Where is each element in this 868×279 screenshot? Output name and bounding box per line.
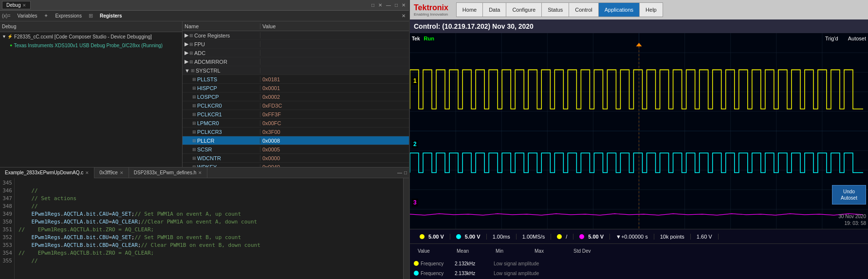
meas-row2-ch2-desc: Low signal amplitude — [494, 271, 539, 276]
scope-time: 19: 03: 58 — [838, 220, 866, 227]
nav-status[interactable]: Status — [541, 2, 569, 17]
group-fpu[interactable]: ▶ ⊞ FPU — [183, 40, 409, 49]
code-tab-hex-close[interactable]: ✕ — [120, 170, 124, 175]
reg-scsr[interactable]: ⊞SCSR 0x0005 — [183, 145, 409, 154]
reg-pclkcr1[interactable]: ⊞PCLKCR1 0xFF3F — [183, 110, 409, 119]
reg-pclkcr0-icon: ⊞ — [192, 103, 196, 108]
reg-hispcp-label: HISPCP — [197, 85, 217, 91]
tree-root-icon: ⚡ — [7, 34, 13, 39]
scope-measurements-row1: 5.00 V 5.00 V 1.00ms 1.00MS/s / — [410, 229, 868, 244]
registers-header: Name Value — [183, 21, 409, 31]
reg-pclkcr3-value: 0x3F00 — [260, 129, 409, 135]
reg-pllsts-label: PLLSTS — [197, 76, 217, 82]
ch2-label: 2 — [412, 140, 418, 148]
nav-home[interactable]: Home — [456, 2, 482, 17]
scope-bottom: 5.00 V 5.00 V 1.00ms 1.00MS/s / — [410, 229, 868, 279]
nav-applications[interactable]: Applications — [598, 2, 639, 17]
vars-close-icon[interactable]: ✕ — [400, 13, 407, 19]
undo-autoset-button[interactable]: Undo Autoset — [832, 185, 866, 205]
meas-header-mean: Mean — [453, 248, 492, 254]
meas-ch1-marker: / — [551, 234, 573, 240]
minor-voltage-value: 1.60 V — [697, 234, 712, 240]
main-split: Debug ▼ ⚡ F28335_cC.ccxml [Code Composer… — [0, 21, 409, 167]
toolbar-icon-1[interactable]: □ — [370, 2, 376, 8]
tree-child-item[interactable]: ● Texas Instruments XDS100v1 USB Debug P… — [0, 41, 182, 50]
code-tab-defines[interactable]: DSP2833x_EPwm_defines.h ✕ — [129, 167, 207, 178]
reg-lospcp[interactable]: ⊞LOSPCP 0x0002 — [183, 93, 409, 101]
code-line-347: // Set actions — [18, 195, 399, 203]
tab-expressions[interactable]: Expressions — [52, 12, 84, 19]
code-content[interactable]: // // Set actions // EPwm1Regs.AQCTLA.bi… — [15, 178, 403, 279]
group-core-registers[interactable]: ▶ ⊞ Core Registers — [183, 31, 409, 40]
scope-datetime: 30 Nov 2020 19: 03: 58 — [838, 213, 866, 227]
debug-tab[interactable]: Debug ✕ — [2, 1, 31, 9]
group-adc-label: ADC — [194, 50, 205, 56]
code-tab-main[interactable]: Example_2833xEPwmUpDownAQ.c ✕ — [0, 167, 94, 178]
code-tab-main-close[interactable]: ✕ — [85, 170, 89, 175]
reg-pclkcr0[interactable]: ⊞PCLKCR0 0xFD3C — [183, 101, 409, 110]
debug-tab-label: Debug — [6, 2, 20, 8]
reg-pllcr[interactable]: ⊞PLLCR 0x0008 — [183, 136, 409, 145]
reg-lospcp-value: 0x0002 — [260, 94, 409, 100]
code-line-355: // — [18, 257, 399, 265]
meas-row2-ch1-value: 2.132kHz — [455, 261, 494, 266]
nav-control[interactable]: Control — [569, 2, 598, 17]
group-adc[interactable]: ▶ ⊞ ADC — [183, 49, 409, 57]
reg-hispcp[interactable]: ⊞HISPCP 0x0001 — [183, 84, 409, 93]
scope-status-top: Tek Run Trig'd Autoset — [412, 34, 866, 43]
code-tabs: Example_2833xEPwmUpDownAQ.c ✕ 0x3ff9ce ✕… — [0, 167, 409, 178]
reg-wdcntr[interactable]: ⊞WDCNTR 0x0000 — [183, 154, 409, 163]
reg-pllsts[interactable]: ⊞PLLSTS 0x0181 — [183, 75, 409, 84]
tek-header: Tektronix Enabling Innovation Home Data … — [410, 0, 868, 19]
code-line-351: // EPwm1Regs.AQCTLA.bit.ZRO = AQ_CLEAR; — [18, 226, 399, 234]
reg-pllcr-icon: ⊞ — [192, 138, 196, 143]
group-adcmirror[interactable]: ▶ ⊞ ADCMIRROR — [183, 57, 409, 66]
toolbar-icon-2[interactable]: ✕ — [377, 2, 384, 8]
reg-lpmcr0[interactable]: ⊞LPMCR0 0x00FC — [183, 119, 409, 128]
reg-pclkcr0-label: PCLKCR0 — [197, 103, 222, 109]
meas-ch1-voltage: 5.00 V — [414, 234, 450, 240]
tek-run-label: Tek — [412, 36, 420, 41]
tab-variables[interactable]: Variables — [15, 12, 40, 19]
group-core-icon: ⊞ — [189, 33, 193, 38]
group-sysctrl-icon: ⊞ — [191, 68, 195, 73]
group-adcmirror-label: ADCMIRROR — [194, 59, 227, 65]
code-tab-defines-label: DSP2833x_EPwm_defines.h — [134, 170, 196, 175]
autoset-label-btn: Autoset — [841, 195, 857, 201]
ch3-label: 3 — [412, 199, 418, 206]
ch1-marker-dot — [557, 234, 562, 239]
toolbar-icon-5[interactable]: ✕ — [400, 2, 407, 8]
run-state-label: Run — [424, 36, 434, 41]
toolbar-icon-3[interactable]: — — [385, 2, 392, 8]
code-tab-icons: — □ — [395, 170, 409, 175]
tree-child-label: Texas Instruments XDS100v1 USB Debug Pro… — [14, 43, 163, 48]
ln-346: 346 — [2, 187, 12, 195]
reg-pclkcr3[interactable]: ⊞PCLKCR3 0x3F00 — [183, 128, 409, 136]
nav-data[interactable]: Data — [482, 2, 506, 17]
reg-pllsts-value: 0x0181 — [260, 76, 409, 82]
code-tab-defines-close[interactable]: ✕ — [198, 170, 202, 175]
code-tab-hex[interactable]: 0x3ff9ce ✕ — [94, 167, 129, 178]
ln-355: 355 — [2, 257, 12, 265]
maximize-icon[interactable]: □ — [404, 170, 407, 175]
group-sysctrl[interactable]: ▼ ⊞ SYSCTRL — [183, 66, 409, 75]
nav-help[interactable]: Help — [639, 2, 663, 17]
toolbar-icon-4[interactable]: □ — [393, 2, 399, 8]
tek-tagline-label: Enabling Innovation — [414, 12, 448, 17]
nav-configure[interactable]: Configure — [506, 2, 541, 17]
ch2-dot — [456, 234, 461, 239]
ch1-label: 1 — [412, 77, 418, 85]
group-sysctrl-arrow: ▼ — [185, 68, 190, 74]
ln-347: 347 — [2, 195, 12, 203]
meas-row2-ch1: Frequency 2.132kHz Low signal amplitude — [410, 259, 868, 268]
minimize-icon[interactable]: — — [397, 170, 402, 175]
debug-tab-close[interactable]: ✕ — [22, 3, 26, 8]
meas-row2-ch2-dot — [414, 271, 419, 276]
meas-row2-ch1-desc: Low signal amplitude — [494, 261, 539, 266]
tree-root-item[interactable]: ▼ ⚡ F28335_cC.ccxml [Code Composer Studi… — [0, 32, 182, 41]
ch1-dot — [420, 234, 425, 239]
tab-registers[interactable]: Registers — [97, 12, 125, 19]
ln-348: 348 — [2, 203, 12, 210]
code-scroll[interactable] — [403, 178, 409, 279]
reg-wdkey[interactable]: ⊞WDKEY 0x0040 — [183, 163, 409, 167]
